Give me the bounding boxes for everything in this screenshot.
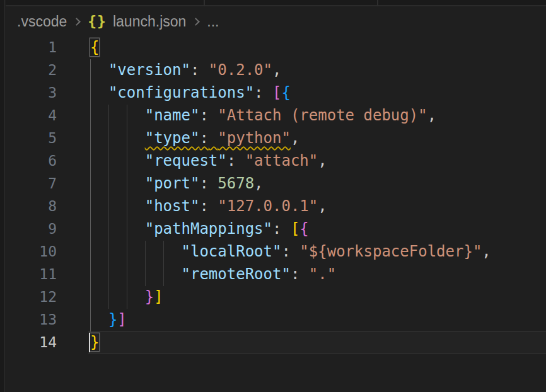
- tab-separator: [204, 0, 205, 6]
- indent-guide: [163, 241, 164, 286]
- token-str: "Attach (remote debug)": [218, 107, 427, 124]
- token-pun: :: [254, 84, 263, 101]
- token-num: 5678: [218, 175, 254, 192]
- indent-guide: [90, 59, 91, 331]
- code-line[interactable]: 14}: [6, 331, 546, 354]
- token-pun: :: [199, 129, 208, 147]
- token-b2: ]: [117, 311, 126, 328]
- token-str: "127.0.0.1": [218, 197, 318, 215]
- token-key: "configurations": [108, 84, 254, 101]
- indent-guide: [145, 241, 146, 286]
- line-number[interactable]: 5: [6, 127, 57, 149]
- code-line[interactable]: 11 "remoteRoot": ".": [6, 263, 546, 285]
- code-line[interactable]: 12 }]: [6, 285, 546, 308]
- code-line-content[interactable]: }]: [57, 308, 546, 331]
- token-b1: ]: [154, 288, 163, 306]
- breadcrumb-item-file[interactable]: launch.json: [113, 13, 186, 30]
- token-pun: ,: [291, 129, 299, 147]
- token-whitespace: [90, 61, 108, 79]
- line-number[interactable]: 9: [6, 217, 57, 240]
- code-line[interactable]: 3 "configurations": [{: [6, 81, 546, 104]
- code-line-content[interactable]: "request": "attach",: [57, 149, 546, 172]
- code-line-content[interactable]: "host": "127.0.0.1",: [57, 195, 546, 217]
- token-pun: :: [227, 152, 236, 170]
- token-str: "0.2.0": [209, 61, 272, 79]
- code-line[interactable]: 10 "localRoot": "${workspaceFolder}",: [6, 240, 546, 263]
- token-pun: ,: [272, 61, 281, 79]
- code-line-content[interactable]: "configurations": [{: [57, 81, 546, 104]
- code-line[interactable]: 4 "name": "Attach (remote debug)",: [6, 104, 546, 127]
- code-line[interactable]: 13 }]: [6, 308, 546, 331]
- token-whitespace: [90, 220, 145, 238]
- token-key: "port": [145, 175, 200, 192]
- token-whitespace: [90, 152, 145, 170]
- line-number[interactable]: 4: [6, 104, 57, 127]
- token-pun: ,: [427, 107, 436, 124]
- line-number[interactable]: 14: [6, 331, 57, 354]
- code-line-content[interactable]: {: [57, 36, 546, 59]
- token-key: "name": [145, 107, 200, 124]
- line-number[interactable]: 8: [6, 195, 57, 217]
- code-line-content[interactable]: }: [57, 331, 546, 354]
- code-line[interactable]: 8 "host": "127.0.0.1",: [6, 195, 546, 217]
- code-line-content[interactable]: "remoteRoot": ".": [57, 263, 546, 285]
- token-whitespace: [291, 243, 299, 260]
- code-line-content[interactable]: "version": "0.2.0",: [57, 59, 546, 81]
- token-str: ".": [309, 265, 336, 283]
- token-whitespace: [209, 197, 218, 215]
- line-number[interactable]: 7: [6, 172, 57, 195]
- bracket-match: {: [90, 38, 99, 56]
- breadcrumb-ellipsis[interactable]: ...: [207, 13, 219, 30]
- token-pun: ,: [318, 152, 327, 170]
- line-number[interactable]: 11: [6, 263, 57, 285]
- code-line-content[interactable]: }]: [57, 285, 546, 308]
- token-b2: }: [145, 288, 154, 306]
- line-number[interactable]: 1: [6, 36, 57, 59]
- editor-group-left-border: [0, 0, 5, 392]
- code-line-content[interactable]: "localRoot": "${workspaceFolder}",: [57, 240, 546, 263]
- token-key: "type": [145, 129, 200, 147]
- code-line[interactable]: 5 "type": "python",: [6, 127, 546, 149]
- breadcrumb: .vscode {} launch.json ...: [6, 8, 546, 35]
- token-key: "version": [108, 61, 190, 79]
- code-line[interactable]: 2 "version": "0.2.0",: [6, 59, 546, 81]
- token-whitespace: [90, 265, 182, 283]
- code-line-content[interactable]: "type": "python",: [57, 127, 546, 149]
- bracket-match: }: [90, 333, 99, 351]
- breadcrumb-item-folder[interactable]: .vscode: [17, 13, 67, 30]
- code-line[interactable]: 7 "port": 5678,: [6, 172, 546, 195]
- token-key: "remoteRoot": [182, 265, 291, 283]
- line-number[interactable]: 13: [6, 308, 57, 331]
- token-pun: ,: [318, 197, 327, 215]
- token-whitespace: [90, 175, 145, 192]
- token-whitespace: [209, 129, 218, 147]
- token-pun: :: [199, 197, 208, 215]
- token-b3: {: [281, 84, 290, 101]
- line-number[interactable]: 12: [6, 285, 57, 308]
- code-line-content[interactable]: "pathMappings": [{: [57, 217, 546, 240]
- line-number[interactable]: 3: [6, 81, 57, 104]
- token-whitespace: [281, 220, 290, 238]
- vscode-editor-window: .vscode {} launch.json ... 1{2 "version"…: [0, 0, 546, 392]
- token-whitespace: [264, 84, 272, 101]
- json-braces-icon: {}: [88, 13, 107, 30]
- tab-strip[interactable]: [6, 0, 546, 6]
- code-line-content[interactable]: "port": 5678,: [57, 172, 546, 195]
- code-line[interactable]: 9 "pathMappings": [{: [6, 217, 546, 240]
- token-pun: :: [190, 61, 199, 79]
- editor[interactable]: 1{2 "version": "0.2.0",3 "configurations…: [6, 36, 546, 392]
- token-whitespace: [90, 243, 182, 260]
- token-b2: {: [299, 220, 308, 238]
- token-whitespace: [199, 61, 208, 79]
- text-cursor: [89, 333, 91, 352]
- code-line[interactable]: 6 "request": "attach",: [6, 149, 546, 172]
- line-number[interactable]: 2: [6, 59, 57, 81]
- token-whitespace: [90, 197, 145, 215]
- code-line[interactable]: 1{: [6, 36, 546, 59]
- token-pun: :: [291, 265, 299, 283]
- token-b2: [: [272, 84, 281, 101]
- chevron-right-icon: [73, 18, 81, 26]
- code-line-content[interactable]: "name": "Attach (remote debug)",: [57, 104, 546, 127]
- line-number[interactable]: 10: [6, 240, 57, 263]
- line-number[interactable]: 6: [6, 149, 57, 172]
